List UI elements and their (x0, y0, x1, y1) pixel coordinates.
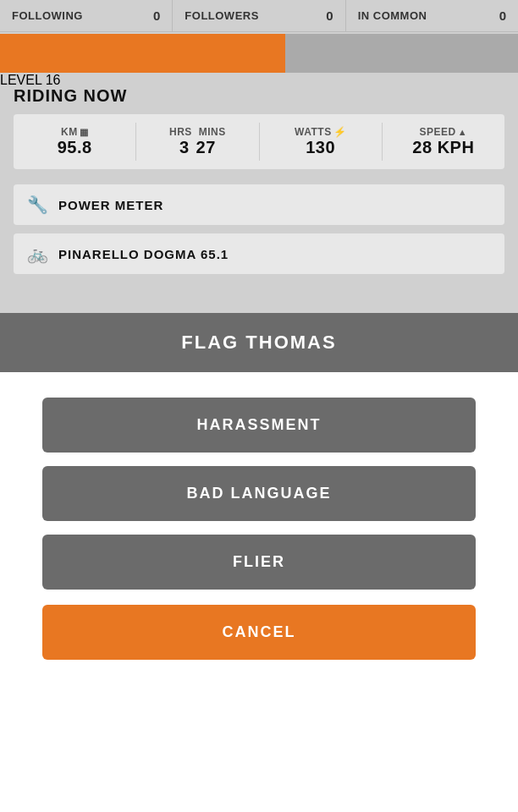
speed-label: SPEED ▲ (420, 126, 468, 138)
bike-label: PINARELLO DOGMA 65.1 (58, 247, 229, 261)
hrs-mins-label: HRS MINS (169, 126, 226, 138)
stats-row: KM ▦ 95.8 HRS MINS 3 27 WATTS ⚡ 130 SPEE… (14, 114, 504, 169)
hrs-value: 3 (179, 138, 190, 157)
bike-icon: 🚲 (27, 244, 48, 264)
followers-label: FOLLOWERS (185, 9, 259, 22)
level-label: LEVEL 16 (0, 73, 60, 87)
lightning-icon: ⚡ (333, 126, 347, 138)
cancel-button[interactable]: CANCEL (42, 605, 476, 660)
time-cell: HRS MINS 3 27 (136, 123, 259, 161)
modal-title: FLAG THOMAS (181, 332, 336, 354)
watts-value: 130 (306, 138, 335, 157)
level-bar-fill (0, 34, 285, 73)
watts-label: WATTS ⚡ (295, 126, 346, 138)
in-common-label: IN COMMON (358, 9, 427, 22)
watts-cell: WATTS ⚡ 130 (260, 123, 383, 161)
level-bar-container: LEVEL 16 (0, 34, 518, 73)
bike-row[interactable]: 🚲 PINARELLO DOGMA 65.1 (14, 233, 504, 274)
riding-now-section: RIDING NOW KM ▦ 95.8 HRS MINS 3 27 WATTS… (0, 73, 518, 176)
bad-language-button[interactable]: BAD LANGUAGE (42, 466, 476, 521)
km-cell: KM ▦ 95.8 (14, 123, 136, 161)
riding-now-title: RIDING NOW (14, 86, 504, 106)
mins-value: 27 (196, 138, 216, 157)
speed-value: 28 KPH (412, 138, 474, 157)
km-icon: ▦ (80, 127, 89, 138)
speed-icon: ▲ (458, 127, 467, 137)
speed-cell: SPEED ▲ 28 KPH (383, 123, 504, 161)
following-value: 0 (153, 8, 160, 23)
followers-value: 0 (326, 8, 333, 23)
km-label: KM ▦ (61, 126, 88, 138)
modal-header: FLAG THOMAS (0, 313, 518, 372)
harassment-button[interactable]: HARASSMENT (42, 398, 476, 453)
modal-body: HARASSMENT BAD LANGUAGE FLIER CANCEL (0, 372, 518, 685)
power-meter-label: POWER METER (58, 198, 163, 212)
in-common-stat[interactable]: IN COMMON 0 (346, 0, 518, 31)
km-value: 95.8 (58, 138, 92, 157)
power-meter-row[interactable]: 🔧 POWER METER (14, 184, 504, 225)
following-label: FOLLOWING (12, 9, 83, 22)
in-common-value: 0 (499, 8, 506, 23)
following-stat[interactable]: FOLLOWING 0 (0, 0, 173, 31)
flier-button[interactable]: FLIER (42, 535, 476, 590)
top-stats-bar: FOLLOWING 0 FOLLOWERS 0 IN COMMON 0 (0, 0, 518, 32)
followers-stat[interactable]: FOLLOWERS 0 (173, 0, 345, 31)
wrench-icon: 🔧 (27, 195, 48, 215)
flag-modal: FLAG THOMAS HARASSMENT BAD LANGUAGE FLIE… (0, 313, 518, 812)
